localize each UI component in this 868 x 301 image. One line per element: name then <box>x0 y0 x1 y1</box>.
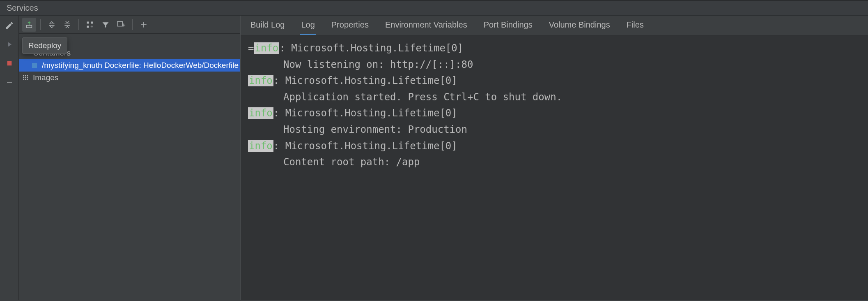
tab-log[interactable]: Log <box>300 16 315 35</box>
log-text: Now listening on: http://[::]:80 <box>283 59 473 70</box>
sidebar: Redeploy <box>19 16 241 300</box>
add-window-button[interactable] <box>114 18 128 32</box>
svg-rect-25 <box>23 79 24 80</box>
svg-rect-18 <box>32 63 37 68</box>
grid-icon <box>21 74 30 82</box>
svg-rect-0 <box>7 61 11 66</box>
log-text: Hosting environment: Production <box>283 124 467 135</box>
container-running-icon <box>30 61 39 69</box>
tree-label: /mystifying_knuth Dockerfile: HelloDocke… <box>42 61 239 70</box>
tab-build-log[interactable]: Build Log <box>250 16 285 35</box>
tree-item-images[interactable]: Images <box>19 72 240 84</box>
collapse-all-button[interactable] <box>60 18 74 32</box>
svg-rect-22 <box>23 77 24 79</box>
redeploy-button[interactable]: Redeploy <box>22 18 36 32</box>
svg-rect-4 <box>87 25 89 28</box>
minus-icon[interactable] <box>4 76 15 88</box>
group-button[interactable] <box>83 18 97 32</box>
log-text: : <box>273 75 285 86</box>
tab-bar: Build Log Log Properties Environment Var… <box>241 16 868 35</box>
tab-env[interactable]: Environment Variables <box>384 16 468 35</box>
log-level-info: info <box>248 107 273 119</box>
expand-all-button[interactable] <box>45 18 59 32</box>
log-level-info: info <box>248 140 273 152</box>
log-output[interactable]: =info: Microsoft.Hosting.Lifetime[0]Now … <box>241 35 868 300</box>
separator <box>132 19 133 30</box>
log-text: Content root path: /app <box>283 156 420 168</box>
log-text: : <box>273 107 285 119</box>
log-text: = <box>248 42 254 54</box>
log-text: Microsoft.Hosting.Lifetime[0] <box>285 75 457 86</box>
svg-rect-24 <box>27 77 28 79</box>
stop-icon[interactable] <box>4 58 15 69</box>
log-text: Microsoft.Hosting.Lifetime[0] <box>285 107 457 119</box>
tree-item-container[interactable]: /mystifying_knuth Dockerfile: HelloDocke… <box>19 59 240 72</box>
add-button[interactable] <box>137 18 151 32</box>
svg-rect-23 <box>25 77 26 79</box>
svg-rect-2 <box>87 21 89 23</box>
tab-port[interactable]: Port Bindings <box>483 16 533 35</box>
log-text: : <box>279 42 291 54</box>
play-icon[interactable] <box>4 39 15 50</box>
edit-icon[interactable] <box>4 20 15 31</box>
svg-rect-3 <box>91 21 93 23</box>
log-level-info: info <box>254 42 279 54</box>
svg-rect-26 <box>25 79 26 80</box>
log-level-info: info <box>248 75 273 86</box>
separator <box>40 19 41 30</box>
tree-label: Images <box>33 73 58 82</box>
log-text: Application started. Press Ctrl+C to shu… <box>283 91 562 103</box>
log-text: : <box>273 140 285 152</box>
log-text: Microsoft.Hosting.Lifetime[0] <box>285 140 457 152</box>
tab-properties[interactable]: Properties <box>331 16 370 35</box>
svg-rect-19 <box>23 75 24 76</box>
svg-rect-20 <box>25 75 26 76</box>
main-panel: Build Log Log Properties Environment Var… <box>241 16 868 300</box>
redeploy-tooltip: Redeploy <box>22 37 67 54</box>
svg-rect-5 <box>117 21 123 26</box>
tab-volume[interactable]: Volume Bindings <box>548 16 611 35</box>
svg-rect-21 <box>27 75 28 76</box>
svg-rect-1 <box>7 82 12 83</box>
tab-files[interactable]: Files <box>626 16 645 35</box>
tree: projects Containers /mystifying_knuth Do… <box>19 34 240 300</box>
log-text: Microsoft.Hosting.Lifetime[0] <box>291 42 463 54</box>
separator <box>78 19 79 30</box>
left-action-strip <box>0 16 19 300</box>
svg-rect-27 <box>27 79 28 80</box>
panel-title: Services <box>0 0 868 16</box>
sidebar-toolbar: Redeploy <box>19 16 240 34</box>
filter-button[interactable] <box>99 18 113 32</box>
